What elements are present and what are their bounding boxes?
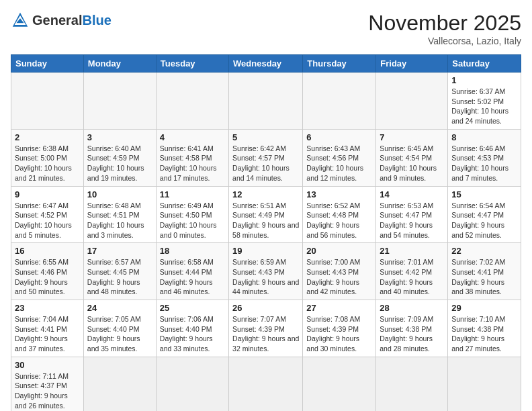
table-row: 1Sunrise: 6:37 AM Sunset: 5:02 PM Daylig…	[448, 73, 521, 130]
day-info: Sunrise: 7:07 AM Sunset: 4:39 PM Dayligh…	[232, 314, 299, 354]
table-row	[156, 357, 228, 411]
day-number: 11	[160, 189, 225, 199]
day-info: Sunrise: 6:51 AM Sunset: 4:49 PM Dayligh…	[232, 201, 299, 240]
table-row: 15Sunrise: 6:54 AM Sunset: 4:47 PM Dayli…	[448, 186, 521, 243]
day-info: Sunrise: 6:38 AM Sunset: 5:00 PM Dayligh…	[15, 144, 80, 183]
logo-icon	[11, 11, 30, 30]
page: GeneralBlue November 2025 Vallecorsa, La…	[0, 0, 532, 411]
day-number: 16	[15, 246, 80, 256]
day-number: 10	[87, 189, 152, 199]
table-row: 19Sunrise: 6:59 AM Sunset: 4:43 PM Dayli…	[229, 243, 303, 300]
table-row: 14Sunrise: 6:53 AM Sunset: 4:47 PM Dayli…	[376, 186, 448, 243]
table-row: 18Sunrise: 6:58 AM Sunset: 4:44 PM Dayli…	[156, 243, 228, 300]
day-number: 7	[380, 132, 444, 142]
day-info: Sunrise: 6:41 AM Sunset: 4:58 PM Dayligh…	[160, 144, 225, 183]
day-number: 2	[15, 132, 80, 142]
calendar-week-row: 2Sunrise: 6:38 AM Sunset: 5:00 PM Daylig…	[11, 129, 521, 186]
table-row: 4Sunrise: 6:41 AM Sunset: 4:58 PM Daylig…	[156, 129, 228, 186]
table-row: 3Sunrise: 6:40 AM Sunset: 4:59 PM Daylig…	[83, 129, 156, 186]
table-row: 30Sunrise: 7:11 AM Sunset: 4:37 PM Dayli…	[11, 357, 84, 411]
day-info: Sunrise: 7:02 AM Sunset: 4:41 PM Dayligh…	[451, 257, 517, 297]
col-wednesday: Wednesday	[229, 55, 303, 73]
day-info: Sunrise: 6:43 AM Sunset: 4:56 PM Dayligh…	[306, 144, 372, 183]
day-info: Sunrise: 7:08 AM Sunset: 4:39 PM Dayligh…	[306, 314, 372, 354]
header: GeneralBlue November 2025 Vallecorsa, La…	[11, 11, 521, 46]
table-row	[83, 357, 156, 411]
table-row: 2Sunrise: 6:38 AM Sunset: 5:00 PM Daylig…	[11, 129, 84, 186]
logo-general: General	[32, 13, 82, 28]
day-info: Sunrise: 7:09 AM Sunset: 4:38 PM Dayligh…	[380, 314, 444, 354]
day-info: Sunrise: 7:01 AM Sunset: 4:42 PM Dayligh…	[380, 257, 444, 297]
day-info: Sunrise: 7:05 AM Sunset: 4:40 PM Dayligh…	[87, 314, 152, 354]
day-number: 18	[160, 246, 225, 256]
table-row	[376, 73, 448, 130]
table-row	[156, 73, 228, 130]
table-row: 21Sunrise: 7:01 AM Sunset: 4:42 PM Dayli…	[376, 243, 448, 300]
table-row: 20Sunrise: 7:00 AM Sunset: 4:43 PM Dayli…	[303, 243, 376, 300]
day-info: Sunrise: 6:37 AM Sunset: 5:02 PM Dayligh…	[451, 87, 517, 126]
table-row: 6Sunrise: 6:43 AM Sunset: 4:56 PM Daylig…	[303, 129, 376, 186]
table-row: 25Sunrise: 7:06 AM Sunset: 4:40 PM Dayli…	[156, 300, 228, 357]
day-number: 1	[451, 75, 517, 85]
day-number: 22	[451, 246, 517, 256]
day-number: 27	[306, 303, 372, 313]
day-number: 12	[232, 189, 299, 199]
calendar-week-row: 1Sunrise: 6:37 AM Sunset: 5:02 PM Daylig…	[11, 73, 521, 130]
day-number: 13	[306, 189, 372, 199]
day-info: Sunrise: 6:42 AM Sunset: 4:57 PM Dayligh…	[232, 144, 299, 183]
logo-blue: Blue	[82, 13, 111, 28]
col-saturday: Saturday	[448, 55, 521, 73]
day-info: Sunrise: 6:47 AM Sunset: 4:52 PM Dayligh…	[15, 201, 80, 240]
day-info: Sunrise: 7:00 AM Sunset: 4:43 PM Dayligh…	[306, 257, 372, 297]
day-number: 19	[232, 246, 299, 256]
table-row: 8Sunrise: 6:46 AM Sunset: 4:53 PM Daylig…	[448, 129, 521, 186]
day-info: Sunrise: 7:06 AM Sunset: 4:40 PM Dayligh…	[160, 314, 225, 354]
col-thursday: Thursday	[303, 55, 376, 73]
table-row	[11, 73, 84, 130]
day-number: 29	[451, 303, 517, 313]
table-row	[229, 357, 303, 411]
day-info: Sunrise: 6:45 AM Sunset: 4:54 PM Dayligh…	[380, 144, 444, 183]
day-number: 15	[451, 189, 517, 199]
day-number: 9	[15, 189, 80, 199]
col-sunday: Sunday	[11, 55, 84, 73]
calendar-week-row: 30Sunrise: 7:11 AM Sunset: 4:37 PM Dayli…	[11, 357, 521, 411]
day-number: 5	[232, 132, 299, 142]
day-info: Sunrise: 6:55 AM Sunset: 4:46 PM Dayligh…	[15, 257, 80, 297]
table-row: 5Sunrise: 6:42 AM Sunset: 4:57 PM Daylig…	[229, 129, 303, 186]
day-number: 26	[232, 303, 299, 313]
day-info: Sunrise: 7:10 AM Sunset: 4:38 PM Dayligh…	[451, 314, 517, 354]
calendar-header-row: Sunday Monday Tuesday Wednesday Thursday…	[11, 55, 521, 73]
table-row	[303, 73, 376, 130]
table-row: 7Sunrise: 6:45 AM Sunset: 4:54 PM Daylig…	[376, 129, 448, 186]
day-info: Sunrise: 6:57 AM Sunset: 4:45 PM Dayligh…	[87, 257, 152, 297]
calendar-week-row: 23Sunrise: 7:04 AM Sunset: 4:41 PM Dayli…	[11, 300, 521, 357]
day-number: 4	[160, 132, 225, 142]
day-number: 23	[15, 303, 80, 313]
day-info: Sunrise: 7:04 AM Sunset: 4:41 PM Dayligh…	[15, 314, 80, 354]
day-info: Sunrise: 6:48 AM Sunset: 4:51 PM Dayligh…	[87, 201, 152, 240]
day-number: 20	[306, 246, 372, 256]
col-monday: Monday	[83, 55, 156, 73]
day-info: Sunrise: 6:54 AM Sunset: 4:47 PM Dayligh…	[451, 201, 517, 240]
day-number: 17	[87, 246, 152, 256]
day-info: Sunrise: 6:52 AM Sunset: 4:48 PM Dayligh…	[306, 201, 372, 240]
day-number: 21	[380, 246, 444, 256]
table-row: 23Sunrise: 7:04 AM Sunset: 4:41 PM Dayli…	[11, 300, 84, 357]
table-row: 13Sunrise: 6:52 AM Sunset: 4:48 PM Dayli…	[303, 186, 376, 243]
table-row: 12Sunrise: 6:51 AM Sunset: 4:49 PM Dayli…	[229, 186, 303, 243]
day-info: Sunrise: 7:11 AM Sunset: 4:37 PM Dayligh…	[15, 371, 80, 411]
day-number: 14	[380, 189, 444, 199]
calendar: Sunday Monday Tuesday Wednesday Thursday…	[11, 54, 521, 411]
day-info: Sunrise: 6:58 AM Sunset: 4:44 PM Dayligh…	[160, 257, 225, 297]
table-row	[448, 357, 521, 411]
day-number: 28	[380, 303, 444, 313]
table-row: 22Sunrise: 7:02 AM Sunset: 4:41 PM Dayli…	[448, 243, 521, 300]
day-number: 30	[15, 360, 80, 370]
table-row: 27Sunrise: 7:08 AM Sunset: 4:39 PM Dayli…	[303, 300, 376, 357]
day-info: Sunrise: 6:53 AM Sunset: 4:47 PM Dayligh…	[380, 201, 444, 240]
calendar-week-row: 16Sunrise: 6:55 AM Sunset: 4:46 PM Dayli…	[11, 243, 521, 300]
table-row: 29Sunrise: 7:10 AM Sunset: 4:38 PM Dayli…	[448, 300, 521, 357]
subtitle: Vallecorsa, Lazio, Italy	[368, 36, 521, 46]
calendar-week-row: 9Sunrise: 6:47 AM Sunset: 4:52 PM Daylig…	[11, 186, 521, 243]
